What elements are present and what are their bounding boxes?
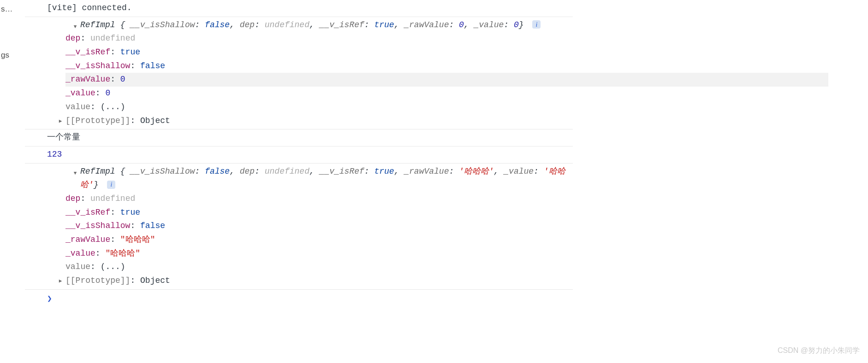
info-icon[interactable]: i bbox=[107, 181, 115, 189]
object-properties: dep: undefined __v_isRef: true __v_isSha… bbox=[47, 32, 570, 128]
prototype-row[interactable]: [[Prototype]]: Object bbox=[65, 114, 570, 128]
property-row[interactable]: _value: 0 bbox=[65, 87, 570, 100]
devtools-source-column: s… gs bbox=[0, 0, 25, 309]
property-row[interactable]: __v_isShallow: false bbox=[65, 219, 570, 233]
brace-close: } bbox=[519, 20, 524, 29]
brace-open: { bbox=[120, 20, 125, 29]
object-summary[interactable]: RefImpl { __v_isShallow: false, dep: und… bbox=[47, 165, 570, 192]
prototype-row[interactable]: [[Prototype]]: Object bbox=[65, 274, 570, 288]
expand-toggle-icon[interactable] bbox=[57, 117, 64, 125]
console-object-row[interactable]: RefImpl { __v_isShallow: false, dep: und… bbox=[25, 17, 573, 129]
expand-toggle-icon[interactable] bbox=[72, 23, 78, 31]
source-label-2: gs bbox=[0, 48, 25, 63]
property-row[interactable]: __v_isRef: true bbox=[65, 206, 570, 220]
console-log-row[interactable]: 123 bbox=[25, 146, 573, 163]
console-log-row[interactable]: [vite] connected. bbox=[25, 0, 573, 17]
expand-toggle-icon[interactable] bbox=[57, 277, 64, 285]
log-number: 123 bbox=[47, 150, 62, 159]
prompt-chevron-icon: ❯ bbox=[47, 294, 52, 304]
property-row[interactable]: dep: undefined bbox=[65, 192, 570, 206]
property-row[interactable]: __v_isShallow: false bbox=[65, 59, 570, 73]
property-row[interactable]: dep: undefined bbox=[65, 32, 570, 46]
property-row[interactable]: _rawValue: 0 bbox=[65, 73, 828, 87]
console-log-row[interactable]: 一个常量 bbox=[25, 129, 573, 146]
property-row-getter[interactable]: value: (...) bbox=[65, 260, 570, 274]
source-label-1: s… bbox=[0, 2, 25, 17]
console-output: [vite] connected. RefImpl { __v_isShallo… bbox=[25, 0, 868, 309]
console-prompt-row[interactable]: ❯ bbox=[25, 289, 573, 309]
property-row[interactable]: _rawValue: "哈哈哈" bbox=[65, 233, 570, 247]
object-class-name: RefImpl bbox=[80, 167, 115, 176]
property-row[interactable]: _value: "哈哈哈" bbox=[65, 247, 570, 261]
log-text: 一个常量 bbox=[47, 133, 80, 142]
brace-close: } bbox=[94, 180, 99, 189]
property-row-getter[interactable]: value: (...) bbox=[65, 100, 570, 114]
log-text: [vite] connected. bbox=[47, 3, 132, 12]
brace-open: { bbox=[120, 167, 125, 176]
object-class-name: RefImpl bbox=[80, 20, 115, 29]
object-properties: dep: undefined __v_isRef: true __v_isSha… bbox=[47, 192, 570, 288]
property-row[interactable]: __v_isRef: true bbox=[65, 46, 570, 59]
console-object-row[interactable]: RefImpl { __v_isShallow: false, dep: und… bbox=[25, 163, 573, 289]
info-icon[interactable]: i bbox=[532, 20, 541, 29]
object-summary[interactable]: RefImpl { __v_isShallow: false, dep: und… bbox=[47, 18, 570, 32]
expand-toggle-icon[interactable] bbox=[72, 169, 78, 177]
